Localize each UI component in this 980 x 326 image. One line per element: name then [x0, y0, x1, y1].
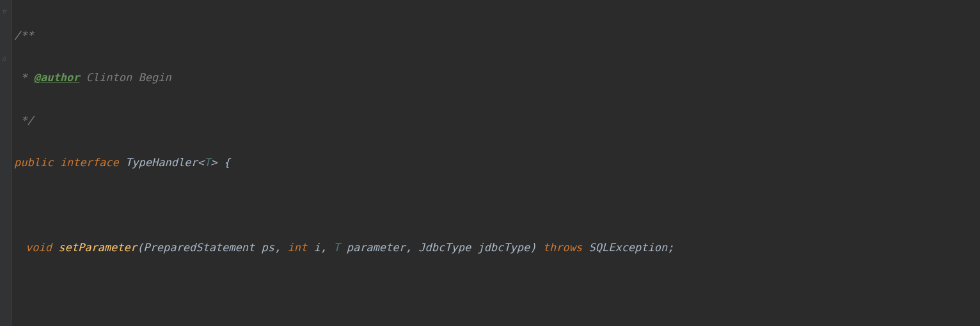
javadoc-close-line: */: [14, 110, 980, 131]
m1-p3n: parameter: [340, 241, 405, 254]
m1-p1t: PreparedStatement: [143, 241, 255, 254]
blank-line: [14, 194, 980, 215]
open-brace: {: [217, 156, 230, 169]
interface-name: TypeHandler: [125, 156, 198, 169]
editor-gutter: ▽ △: [0, 0, 12, 326]
m1-name: setParameter: [58, 241, 137, 254]
code-editor[interactable]: /** * @author Clinton Begin */ public in…: [0, 0, 980, 326]
fold-close-icon[interactable]: △: [2, 51, 6, 65]
type-param: T: [204, 156, 210, 169]
javadoc-star: *: [14, 71, 34, 84]
lt: <: [198, 156, 204, 169]
method-setParameter-line: void setParameter(PreparedStatement ps, …: [14, 237, 980, 258]
m1-rp: ): [530, 241, 536, 254]
javadoc-author-name: Clinton Begin: [79, 71, 171, 84]
javadoc-author-line: * @author Clinton Begin: [14, 67, 980, 88]
m1-c3: ,: [406, 241, 418, 254]
m1-throws: throws: [543, 241, 582, 254]
javadoc-open: /**: [14, 29, 34, 42]
m1-semi: ;: [667, 241, 674, 254]
m1-p4t: JdbcType: [418, 241, 471, 254]
javadoc-open-line: /**: [14, 25, 980, 46]
m1-lp: (: [137, 241, 143, 254]
javadoc-close: */: [14, 114, 34, 127]
m1-p4n: jdbcType: [471, 241, 530, 254]
m1-exc: SQLException: [589, 241, 667, 254]
gt: >: [210, 156, 217, 169]
m1-p3t: T: [333, 241, 340, 254]
m1-ret: void: [26, 241, 52, 254]
javadoc-author-tag: @author: [34, 71, 80, 84]
kw-public: public: [14, 156, 53, 169]
m1-p2n: i: [307, 241, 320, 254]
blank-line: [14, 279, 980, 300]
m1-p1n: ps: [255, 241, 274, 254]
fold-open-icon[interactable]: ▽: [2, 5, 6, 19]
m1-p2t: int: [287, 241, 307, 254]
kw-interface: interface: [60, 156, 119, 169]
interface-decl-line: public interface TypeHandler<T> {: [14, 152, 980, 173]
method-getResult-string-line: T getResult(ResultSet rs, String columnN…: [14, 322, 980, 326]
m1-c1: ,: [274, 241, 287, 254]
m1-c2: ,: [320, 241, 333, 254]
